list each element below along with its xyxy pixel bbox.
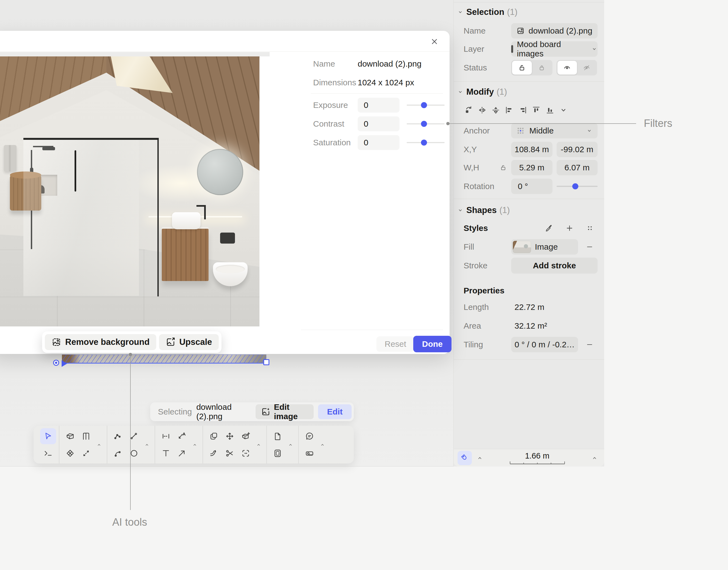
tool-copy-button[interactable] xyxy=(206,428,222,444)
reset-button[interactable]: Reset xyxy=(376,336,414,352)
layer-select[interactable]: Mood board images xyxy=(511,41,598,57)
tool-line-button[interactable] xyxy=(126,428,142,444)
tool-polyline-button[interactable] xyxy=(110,428,126,444)
show-button[interactable] xyxy=(558,61,577,74)
tool-arrow-button[interactable] xyxy=(174,445,190,461)
toolbar-group-expand[interactable] xyxy=(190,426,200,464)
unlock-button[interactable] xyxy=(512,61,532,74)
modify-flip-horizontal-button[interactable] xyxy=(477,105,487,115)
tool-scissors-button[interactable] xyxy=(222,445,238,461)
exposure-field[interactable]: 0 xyxy=(358,98,399,112)
chevron-down-icon xyxy=(591,46,598,52)
modify-align-bottom-button[interactable] xyxy=(545,105,555,115)
edit-button[interactable]: Edit xyxy=(318,404,352,419)
tool-text-button[interactable] xyxy=(158,445,174,461)
contrast-row: Contrast 0 xyxy=(313,116,445,131)
saturation-slider-handle[interactable] xyxy=(421,139,427,146)
fill-field[interactable]: Image xyxy=(511,239,578,255)
name-field[interactable]: download (2).png xyxy=(511,23,598,38)
tool-file-button[interactable] xyxy=(270,428,286,444)
selection-resize-handle[interactable] xyxy=(263,359,269,365)
edit-image-button[interactable]: Edit image xyxy=(256,404,314,419)
tool-circle-button[interactable] xyxy=(126,445,142,461)
lock-button[interactable] xyxy=(532,61,552,74)
tool-box-plus-button[interactable] xyxy=(238,428,254,444)
tool-label-arrow-button[interactable] xyxy=(174,428,190,444)
x-field[interactable]: 108.84 m xyxy=(511,142,553,157)
toolbar-group-expand[interactable] xyxy=(318,426,327,464)
modify-rotate-button[interactable] xyxy=(464,105,473,115)
tool-trim-button[interactable] xyxy=(206,445,222,461)
tool-box-3d-button[interactable] xyxy=(62,428,78,444)
tool-tape-measure-button[interactable] xyxy=(302,445,318,461)
toolbar-group-expand[interactable] xyxy=(94,426,104,464)
width-field[interactable]: 5.29 m xyxy=(511,160,553,175)
height-field[interactable]: 6.07 m xyxy=(557,160,598,175)
saturation-field[interactable]: 0 xyxy=(358,135,399,150)
modify-align-right-button[interactable] xyxy=(518,105,528,115)
rotation-field[interactable]: 0 ° xyxy=(511,179,553,194)
remove-background-button[interactable]: Remove background xyxy=(45,334,156,350)
tool-comment-button[interactable] xyxy=(302,428,318,444)
anchor-select[interactable]: Middle xyxy=(511,123,598,138)
saturation-slider[interactable] xyxy=(407,142,445,143)
tiling-field[interactable]: 0 ° / 0 m / -0.2… xyxy=(511,337,578,352)
contrast-slider-handle[interactable] xyxy=(421,121,427,127)
tool-terminal-button[interactable] xyxy=(40,445,56,461)
shapes-section-header[interactable]: Shapes (1) xyxy=(457,204,598,216)
magnet-icon xyxy=(460,454,469,462)
remove-tiling-icon[interactable] xyxy=(586,340,594,349)
modify-flip-vertical-button[interactable] xyxy=(491,105,501,115)
scale-expand-icon[interactable] xyxy=(591,455,598,462)
done-button[interactable]: Done xyxy=(413,336,451,352)
tool-frame-button[interactable] xyxy=(270,445,286,461)
tool-door-button[interactable] xyxy=(78,428,94,444)
selection-rotate-handle[interactable] xyxy=(53,360,59,366)
tool-curve-button[interactable] xyxy=(110,445,126,461)
lock-open-icon[interactable] xyxy=(500,164,507,171)
add-stroke-button[interactable]: Add stroke xyxy=(511,258,598,274)
section-title: Shapes xyxy=(466,205,496,215)
tool-dimension-button[interactable] xyxy=(158,428,174,444)
tape-measure-icon xyxy=(305,449,314,458)
snap-expand-icon[interactable] xyxy=(476,455,483,462)
toolbar-group-5 xyxy=(203,426,266,464)
tool-move-button[interactable] xyxy=(222,428,238,444)
name-row: Name download (2).png xyxy=(464,23,598,38)
eye-icon xyxy=(563,64,571,71)
styles-grid-icon[interactable] xyxy=(586,224,594,233)
modify-align-left-button[interactable] xyxy=(504,105,514,115)
tool-tiles-button[interactable] xyxy=(62,445,78,461)
close-icon[interactable] xyxy=(430,37,439,46)
toolbar-group-expand[interactable] xyxy=(254,426,264,464)
rotation-slider[interactable] xyxy=(557,186,598,187)
rotation-slider-handle[interactable] xyxy=(572,183,578,189)
status-label: Status xyxy=(464,63,511,72)
section-count: (1) xyxy=(496,87,507,97)
tool-measure-dashed-button[interactable] xyxy=(78,445,94,461)
hide-button[interactable] xyxy=(577,61,597,74)
contrast-slider[interactable] xyxy=(407,123,445,124)
selection-section-header[interactable]: Selection (1) xyxy=(457,6,598,18)
eyedropper-icon[interactable] xyxy=(545,224,554,233)
tool-cursor-button[interactable] xyxy=(40,428,56,444)
selection-arrow-handle[interactable] xyxy=(62,360,67,367)
toolbar-group-expand[interactable] xyxy=(142,426,152,464)
tool-lasso-button[interactable] xyxy=(238,445,254,461)
y-field[interactable]: -99.02 m xyxy=(557,142,598,157)
size-label: W,H xyxy=(464,163,500,172)
contrast-label: Contrast xyxy=(313,119,358,128)
selected-image-strip[interactable] xyxy=(62,354,266,363)
upscale-button[interactable]: Upscale xyxy=(159,334,219,350)
remove-fill-icon[interactable] xyxy=(586,243,594,251)
modify-align-top-button[interactable] xyxy=(531,105,541,115)
contrast-field[interactable]: 0 xyxy=(358,116,399,131)
exposure-slider-handle[interactable] xyxy=(421,102,427,108)
modify-more-button[interactable] xyxy=(559,105,569,115)
image-ai-actions: Remove background Upscale xyxy=(42,331,222,353)
snap-toggle-button[interactable] xyxy=(457,451,472,465)
modify-section-header[interactable]: Modify (1) xyxy=(457,86,598,98)
plus-icon[interactable] xyxy=(565,224,574,233)
exposure-slider[interactable] xyxy=(407,104,445,106)
toolbar-group-expand[interactable] xyxy=(286,426,296,464)
